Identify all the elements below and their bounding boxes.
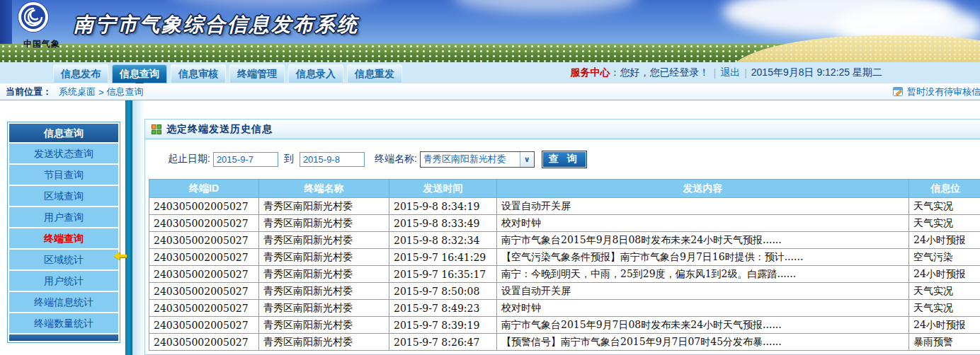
breadcrumb: 当前位置： 系统桌面 > 信息查询 <box>6 83 147 100</box>
table-row[interactable]: 240305002005027青秀区南阳新光村委2015-9-7 8:26:47… <box>149 334 980 351</box>
sidebar-splitter[interactable] <box>125 100 132 355</box>
pending-review-notice: 暂时没有待审核信息 <box>893 83 980 100</box>
table-cell: 青秀区南阳新光村委 <box>259 283 389 300</box>
table-cell: 240305002005027 <box>149 317 259 334</box>
tab-info-audit[interactable]: 信息审核 <box>171 64 226 83</box>
table-cell: 南宁：今晚到明天，中雨，25到29度，偏东风1到2级。白露踏...... <box>497 266 909 283</box>
tab-info-resend[interactable]: 信息重发 <box>347 64 402 83</box>
table-row[interactable]: 240305002005027青秀区南阳新光村委2015-9-7 16:41:2… <box>149 249 980 266</box>
tab-info-query[interactable]: 信息查询 <box>112 64 167 83</box>
sidebar-footer-bar <box>9 334 118 341</box>
table-cell: 天气实况 <box>909 198 980 215</box>
sidebar-item-active[interactable]: 终端查询 <box>9 228 118 248</box>
table-cell: 空气污染 <box>909 249 980 266</box>
table-cell: 校对时钟 <box>497 215 909 232</box>
table-cell: 240305002005027 <box>149 249 259 266</box>
pending-review-text: 暂时没有待审核信息 <box>907 86 980 98</box>
table-row[interactable]: 240305002005027青秀区南阳新光村委2015-9-7 8:39:19… <box>149 317 980 334</box>
collapse-sidebar-arrow-icon[interactable] <box>113 252 130 260</box>
date-to-input[interactable] <box>300 152 365 167</box>
breadcrumb-root-link[interactable]: 系统桌面 <box>59 86 96 98</box>
table-cell: 校对时钟 <box>497 300 909 317</box>
table-wrapper: 终端ID终端名称发送时间发送内容信息位 240305002005027青秀区南阳… <box>145 179 980 351</box>
cloud-decoration <box>453 0 637 13</box>
sidebar-item-link[interactable]: 节目查询 <box>9 165 118 185</box>
table-cell: 24小时预报 <box>909 266 980 283</box>
table-cell: 240305002005027 <box>149 232 259 249</box>
breadcrumb-label: 当前位置： <box>6 86 52 98</box>
column-header: 信息位 <box>909 180 980 198</box>
table-row[interactable]: 240305002005027青秀区南阳新光村委2015-9-7 8:49:23… <box>149 300 980 317</box>
table-cell: 青秀区南阳新光村委 <box>259 300 389 317</box>
table-cell: 240305002005027 <box>149 266 259 283</box>
table-row[interactable]: 240305002005027青秀区南阳新光村委2015-9-8 8:33:49… <box>149 215 980 232</box>
table-row[interactable]: 240305002005027青秀区南阳新光村委2015-9-8 8:32:34… <box>149 232 980 249</box>
table-cell: 青秀区南阳新光村委 <box>259 317 389 334</box>
splitter-shadow <box>132 100 144 355</box>
terminal-select[interactable]: 青秀区南阳新光村委 ∨ <box>420 151 535 168</box>
table-cell: 2015-9-7 8:50:08 <box>389 283 497 300</box>
tab-info-publish[interactable]: 信息发布 <box>53 64 108 83</box>
table-cell: 青秀区南阳新光村委 <box>259 215 389 232</box>
tab-terminal-manage[interactable]: 终端管理 <box>229 64 285 83</box>
column-header: 发送时间 <box>389 180 497 198</box>
sidebar-item-link[interactable]: 用户统计 <box>9 271 118 291</box>
tab-info-entry[interactable]: 信息录入 <box>288 64 343 83</box>
table-row[interactable]: 240305002005027青秀区南阳新光村委2015-9-7 8:50:08… <box>149 283 980 300</box>
wheat-hill-decoration <box>729 35 980 62</box>
datetime-text: 2015年9月8日 9:12:25 星期二 <box>751 66 882 79</box>
main-nav-bar: 信息发布 信息查询 信息审核 终端管理 信息录入 信息重发 服务中心： 您好，您… <box>0 62 980 83</box>
table-row[interactable]: 240305002005027青秀区南阳新光村委2015-9-8 8:34:19… <box>149 198 980 215</box>
column-header: 发送内容 <box>497 180 909 198</box>
notepad-pencil-icon <box>893 87 904 97</box>
table-cell: 240305002005027 <box>149 198 259 215</box>
breadcrumb-separator: > <box>98 87 104 98</box>
table-cell: 青秀区南阳新光村委 <box>259 266 389 283</box>
chevron-down-icon[interactable]: ∨ <box>520 152 534 167</box>
panel-title: 选定终端发送历史信息 <box>166 123 273 136</box>
table-cell: 2015-9-7 8:26:47 <box>389 334 497 351</box>
table-cell: 240305002005027 <box>149 334 259 351</box>
history-panel: 选定终端发送历史信息 起止日期: 到 终端名称: 青秀区南阳新光村委 ∨ 查 询… <box>144 119 980 355</box>
terminal-select-value: 青秀区南阳新光村委 <box>421 153 520 165</box>
to-label: 到 <box>284 153 294 165</box>
service-colon: ： <box>610 66 620 79</box>
date-range-label: 起止日期: <box>168 153 210 165</box>
table-cell: 南宁市气象台2015年9月7日08时发布未来24小时天气预报...... <box>497 317 909 334</box>
table-cell: 2015-9-7 8:39:19 <box>389 317 497 334</box>
table-cell: 2015-9-7 16:41:29 <box>389 249 497 266</box>
sidebar-item-link[interactable]: 终端信息统计 <box>9 292 118 312</box>
app-banner: 中国气象 南宁市气象综合信息发布系统 <box>0 0 980 62</box>
breadcrumb-bar: 当前位置： 系统桌面 > 信息查询 暂时没有待审核信息 <box>0 83 980 100</box>
sidebar-item-link[interactable]: 区域统计 <box>9 250 118 269</box>
separator: | <box>744 67 747 78</box>
service-center-label: 服务中心 <box>571 66 610 79</box>
table-cell: 24小时预报 <box>909 232 980 249</box>
sidebar-item-link[interactable]: 终端数量统计 <box>9 313 118 333</box>
date-from-input[interactable] <box>213 152 278 167</box>
cloud-decoration <box>170 0 382 7</box>
table-cell: 天气实况 <box>909 215 980 232</box>
sidebar-item-link[interactable]: 用户查询 <box>9 207 118 227</box>
sidebar-item-link[interactable]: 区域查询 <box>9 186 118 206</box>
main-nav-tabs: 信息发布 信息查询 信息审核 终端管理 信息录入 信息重发 <box>53 64 402 83</box>
table-cell: 2015-9-8 8:32:34 <box>389 232 497 249</box>
table-cell: 240305002005027 <box>149 283 259 300</box>
table-cell: 2015-9-7 16:35:17 <box>389 266 497 283</box>
query-button[interactable]: 查 询 <box>542 151 587 168</box>
separator: | <box>714 67 717 78</box>
table-header-row: 终端ID终端名称发送时间发送内容信息位 <box>149 180 980 198</box>
logout-link[interactable]: 退出 <box>720 66 740 79</box>
login-greeting: 您好，您已经登录！ <box>620 66 710 79</box>
table-cell: 2015-9-7 8:49:23 <box>389 300 497 317</box>
table-cell: 24小时预报 <box>909 317 980 334</box>
sidebar-item-link[interactable]: 发送状态查询 <box>9 144 118 163</box>
cma-logo-icon <box>18 2 48 32</box>
table-row[interactable]: 240305002005027青秀区南阳新光村委2015-9-7 16:35:1… <box>149 266 980 283</box>
breadcrumb-current-link[interactable]: 信息查询 <box>107 86 144 98</box>
table-cell: 【预警信号】南宁市气象台2015年9月7日07时45分发布暴...... <box>497 334 909 351</box>
grid-squares-icon <box>152 124 161 134</box>
table-cell: 设置自动开关屏 <box>497 198 909 215</box>
table-cell: 暴雨预警 <box>909 334 980 351</box>
table-cell: 240305002005027 <box>149 300 259 317</box>
